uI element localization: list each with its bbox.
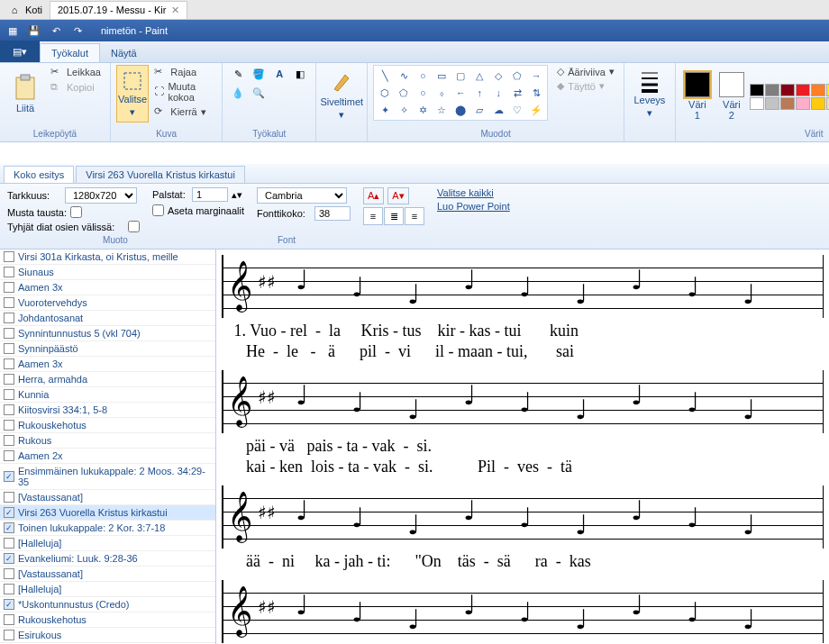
close-icon[interactable]: ✕ (171, 5, 179, 16)
color-swatch[interactable] (750, 97, 764, 110)
eyedropper-icon[interactable]: 💧 (228, 84, 248, 102)
app-menu-icon[interactable]: ▦ (4, 23, 22, 39)
paste-button[interactable]: Liitä (5, 65, 45, 122)
checkbox-icon[interactable] (4, 492, 14, 503)
list-item[interactable]: Kunnia (0, 387, 215, 403)
list-item[interactable]: Ensimmäinen lukukappale: 2 Moos. 34:29-3… (0, 464, 215, 490)
eraser-icon[interactable]: ◧ (290, 65, 310, 83)
list-item[interactable]: [Halleluja] (0, 536, 215, 551)
checkbox-icon[interactable] (4, 450, 14, 461)
color-palette[interactable] (750, 84, 829, 110)
list-item[interactable]: Rukouskehotus (0, 418, 215, 433)
list-item[interactable]: [Vastaussanat] (0, 490, 215, 505)
checkbox-icon[interactable] (4, 389, 14, 400)
color-swatch[interactable] (811, 97, 825, 110)
checkbox-icon[interactable] (4, 538, 14, 549)
fill-button[interactable]: ◆Täyttö▾ (553, 79, 618, 93)
checkbox-icon[interactable] (4, 251, 14, 262)
checkbox-icon[interactable] (4, 471, 14, 482)
select-button[interactable]: Valitse▾ (116, 65, 149, 122)
list-item[interactable]: Johdantosanat (0, 311, 215, 326)
color1-button[interactable]: Väri 1 (681, 72, 714, 121)
color-swatch[interactable] (811, 84, 825, 96)
crop-button[interactable]: ✂Rajaa (150, 65, 216, 79)
list-item[interactable]: Evankeliumi: Luuk. 9:28-36 (0, 551, 215, 567)
list-item[interactable]: Vuorotervehdys (0, 295, 215, 311)
list-item[interactable]: Synnintunnustus 5 (vkl 704) (0, 326, 215, 341)
tab-full-show[interactable]: Koko esitys (4, 166, 74, 183)
slide-list[interactable]: Virsi 301a Kirkasta, oi Kristus, meilleS… (0, 249, 216, 644)
list-item[interactable]: Rukous (0, 433, 215, 449)
checkbox-icon[interactable] (4, 343, 14, 354)
align-left-icon[interactable]: ≡ (363, 207, 383, 225)
checkbox-icon[interactable] (4, 282, 14, 293)
color-swatch[interactable] (780, 97, 795, 110)
select-all-link[interactable]: Valitse kaikki (437, 187, 494, 198)
checkbox-icon[interactable] (4, 374, 14, 385)
list-item[interactable]: Synninpäästö (0, 341, 215, 357)
fontsize-spinner[interactable] (314, 206, 351, 221)
list-item[interactable]: Siunaus (0, 265, 215, 280)
checkbox-icon[interactable] (4, 630, 14, 640)
list-item[interactable]: Virsi 301a Kirkasta, oi Kristus, meille (0, 249, 215, 265)
magnifier-icon[interactable]: 🔍 (249, 84, 269, 102)
align-center-icon[interactable]: ≣ (384, 207, 404, 225)
color-swatch[interactable] (780, 84, 795, 96)
ribbon-tab-tools[interactable]: Työkalut (40, 43, 100, 62)
checkbox-icon[interactable] (4, 313, 14, 323)
home-label[interactable]: Koti (25, 5, 42, 15)
score-canvas[interactable]: 𝄞♯♯♩♩♩♩♩♩♩♩♩ 1. Vuo - rel - la Kris - tu… (216, 249, 829, 644)
save-icon[interactable]: 💾 (25, 23, 43, 39)
checkbox-icon[interactable] (4, 328, 14, 339)
color-swatch[interactable] (796, 84, 810, 96)
list-item[interactable]: Rukouskehotus (0, 612, 215, 628)
checkbox-icon[interactable] (4, 507, 14, 518)
checkbox-icon[interactable] (4, 404, 14, 415)
grow-font-icon[interactable]: A▴ (363, 187, 384, 204)
checkbox-icon[interactable] (4, 568, 14, 579)
align-right-icon[interactable]: ≡ (405, 207, 424, 225)
color-swatch[interactable] (796, 97, 810, 110)
list-item[interactable]: Aamen 3x (0, 280, 215, 295)
margins-checkbox[interactable] (152, 204, 164, 216)
list-item[interactable]: [Vastaussanat] (0, 567, 215, 582)
list-item[interactable]: Esirukous (0, 628, 215, 643)
color-swatch[interactable] (765, 84, 779, 96)
create-ppt-link[interactable]: Luo Power Point (437, 201, 510, 212)
redo-icon[interactable]: ↷ (68, 23, 87, 39)
tab-hymn[interactable]: Virsi 263 Vuorella Kristus kirkastui (76, 166, 245, 183)
checkbox-icon[interactable] (4, 614, 14, 625)
checkbox-icon[interactable] (4, 435, 14, 446)
color-swatch[interactable] (750, 84, 764, 96)
color2-button[interactable]: Väri 2 (715, 72, 748, 121)
file-menu[interactable]: ▤▾ (0, 41, 40, 62)
ribbon-tab-view[interactable]: Näytä (100, 44, 148, 62)
browser-tab[interactable]: 2015.07.19 - Messu - Kir ✕ (50, 1, 187, 19)
checkbox-icon[interactable] (4, 599, 14, 610)
text-icon[interactable]: A (269, 65, 289, 83)
list-item[interactable]: *Uskontunnustus (Credo) (0, 597, 215, 612)
size-button[interactable]: Leveys▾ (630, 65, 670, 122)
blackbg-checkbox[interactable] (70, 206, 82, 218)
color-swatch[interactable] (765, 97, 779, 110)
checkbox-icon[interactable] (4, 522, 14, 533)
shape-gallery[interactable]: ╲∿○▭▢△◇⬠→ ⬡⬠○⬨←↑↓⇄⇅ ✦✧✡☆⬤▱☁♡⚡ (373, 65, 548, 121)
checkbox-icon[interactable] (4, 553, 14, 564)
shrink-font-icon[interactable]: A▾ (387, 187, 408, 204)
emptyslides-checkbox[interactable] (128, 221, 140, 232)
bucket-icon[interactable]: 🪣 (249, 65, 269, 83)
copy-button[interactable]: ⧉Kopioi (47, 80, 105, 95)
list-item[interactable]: Aamen 2x (0, 449, 215, 464)
brushes-button[interactable]: Siveltimet▾ (322, 65, 361, 122)
list-item[interactable]: Virsi 263 Vuorella Kristus kirkastui (0, 505, 215, 521)
list-item[interactable]: [Halleluja] (0, 582, 215, 597)
checkbox-icon[interactable] (4, 267, 14, 277)
list-item[interactable]: Aamen 3x (0, 357, 215, 372)
checkbox-icon[interactable] (4, 584, 14, 594)
checkbox-icon[interactable] (4, 420, 14, 431)
home-icon[interactable]: ⌂ (7, 0, 22, 20)
columns-spinner[interactable] (192, 187, 228, 202)
checkbox-icon[interactable] (4, 297, 14, 308)
resize-button[interactable]: ⛶Muuta kokoa (150, 80, 216, 104)
undo-icon[interactable]: ↶ (47, 23, 65, 39)
